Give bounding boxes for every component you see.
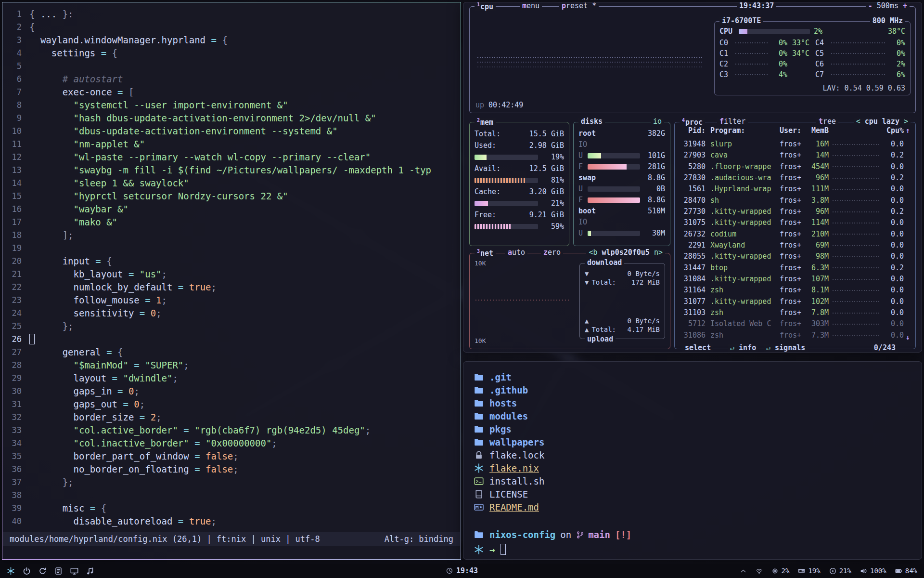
file-item[interactable]: LICENSE	[474, 487, 914, 500]
sort-next-button[interactable]: >	[904, 117, 908, 126]
process-row[interactable]: 31077.kitty-wrappedfros+102M0.0	[680, 296, 904, 307]
editor-line[interactable]: 35 border_part_of_window = false;	[2, 449, 461, 462]
process-row[interactable]: 31103zshfros+7.8M0.0	[680, 307, 904, 318]
interval-increase-button[interactable]: +	[903, 1, 907, 10]
editor-line[interactable]: 25 };	[2, 319, 461, 332]
file-item[interactable]: flake.lock	[474, 448, 914, 461]
process-row[interactable]: 31948slurpfros+16M0.0	[680, 139, 904, 150]
editor-line[interactable]: 28 "$mainMod" = "SUPER";	[2, 358, 461, 371]
editor-line[interactable]: 34 "col.inactive_border" = "0x00000000";	[2, 436, 461, 449]
power-button[interactable]	[23, 567, 31, 575]
file-item[interactable]: .github	[474, 383, 914, 396]
file-item[interactable]: install.sh	[474, 474, 914, 487]
process-row[interactable]: 31447btopfros+6.3M0.2	[680, 263, 904, 274]
editor-line[interactable]: 30 gaps_in = 0;	[2, 384, 461, 397]
column-cpu[interactable]: Cpu%	[885, 127, 904, 134]
process-row[interactable]: 5712Isolated Web Cfros+303M0.0	[680, 318, 904, 329]
launcher-button[interactable]	[7, 567, 15, 575]
editor-line[interactable]: 33 "col.active_border" = "rgb(cba6f7) rg…	[2, 423, 461, 436]
sort-prev-button[interactable]: <	[856, 117, 860, 126]
process-row[interactable]: 5280.floorp-wrappefros+454M0.0	[680, 161, 904, 172]
editor-line[interactable]: 22 numlock_by_default = true;	[2, 280, 461, 293]
disk-usage[interactable]: 21%	[829, 567, 851, 575]
editor-line[interactable]: 7 exec-once = [	[2, 85, 461, 98]
editor-line[interactable]: 38	[2, 488, 461, 501]
tray-expand-button[interactable]	[740, 567, 747, 575]
column-pid[interactable]: Pid:	[680, 127, 706, 134]
shell-input-line[interactable]: →	[474, 544, 506, 555]
editor-line[interactable]: 11 "nm-applet &"	[2, 137, 461, 150]
editor-line[interactable]: 26	[2, 332, 461, 345]
editor-line[interactable]: 29 layout = "dwindle";	[2, 371, 461, 384]
editor-line[interactable]: 21 kb_layout = "us";	[2, 267, 461, 280]
network-button[interactable]	[756, 567, 763, 575]
file-item[interactable]: hosts	[474, 396, 914, 409]
process-row[interactable]: 31075.kitty-wrappedfros+114M0.0	[680, 217, 904, 228]
iface-next-button[interactable]: n>	[654, 248, 663, 257]
editor-line[interactable]: 12 "wl-paste --primary --watch wl-copy -…	[2, 150, 461, 163]
process-row[interactable]: 27903cavafros+14M0.2	[680, 150, 904, 161]
editor-line[interactable]: 10 "dbus-update-activation-environment -…	[2, 124, 461, 137]
process-row[interactable]: 27830.audacious-wrafros+96M0.2	[680, 172, 904, 184]
editor-line[interactable]: 5	[2, 59, 461, 72]
editor-line[interactable]: 23 follow_mouse = 1;	[2, 293, 461, 306]
process-row[interactable]: 31164zshfros+8.1M0.0	[680, 285, 904, 296]
column-memory[interactable]: MemB	[805, 127, 829, 134]
process-row[interactable]: 26732codiumfros+210M0.0	[680, 229, 904, 240]
io-mode-button[interactable]: io	[651, 118, 664, 125]
editor-line[interactable]: 36 no_border_on_floating = false;	[2, 462, 461, 475]
process-row[interactable]: 27730.kitty-wrappedfros+96M0.2	[680, 206, 904, 217]
reload-button[interactable]	[38, 567, 47, 575]
battery[interactable]: 84%	[895, 567, 917, 575]
editor-line[interactable]: 13 "swaybg -m fill -i $(find ~/Pictures/…	[2, 163, 461, 176]
cpu-usage[interactable]: 2%	[771, 567, 790, 575]
process-row[interactable]: 2291Xwaylandfros+69M0.0	[680, 240, 904, 251]
interval-decrease-button[interactable]: -	[868, 1, 873, 10]
process-row[interactable]: 31086zshfros+7.3M0.0	[680, 330, 904, 341]
proc-sort-selector[interactable]: < cpu lazy >	[854, 118, 911, 125]
editor-line[interactable]: 15 "hyprctl setcursor Nordzy-cursors 22 …	[2, 189, 461, 202]
editor-text-area[interactable]: 1{ ... }:2{3 wayland.windowManager.hyprl…	[2, 2, 461, 532]
editor-line[interactable]: 4 settings = {	[2, 46, 461, 59]
editor-line[interactable]: 20 input = {	[2, 254, 461, 267]
display-button[interactable]	[70, 567, 78, 575]
editor-line[interactable]: 14 "sleep 1 && swaylock"	[2, 176, 461, 189]
proc-info-button[interactable]: ↵ info	[728, 344, 758, 352]
proc-filter-button[interactable]: filter	[717, 118, 748, 125]
editor-line[interactable]: 9 "hash dbus-update-activation-environme…	[2, 111, 461, 124]
file-item[interactable]: modules	[474, 409, 914, 422]
notes-button[interactable]	[54, 567, 63, 575]
net-auto-button[interactable]: auto	[505, 249, 527, 256]
music-button[interactable]	[86, 567, 94, 575]
editor-line[interactable]: 32 border_size = 2;	[2, 410, 461, 423]
volume[interactable]: 100%	[860, 567, 886, 575]
menu-button[interactable]: menu	[520, 2, 542, 10]
editor-line[interactable]: 18 ];	[2, 228, 461, 241]
editor-line[interactable]: 39 misc = {	[2, 501, 461, 514]
editor-line[interactable]: 2{	[2, 20, 461, 33]
column-user[interactable]: User:	[780, 127, 805, 134]
proc-tree-button[interactable]: tree	[816, 118, 838, 125]
process-row[interactable]: 31084.kitty-wrappedfros+107M0.0	[680, 274, 904, 285]
editor-line[interactable]: 6 # autostart	[2, 72, 461, 85]
editor-line[interactable]: 37 };	[2, 475, 461, 488]
scroll-down-indicator[interactable]: ↓	[904, 334, 911, 341]
file-item[interactable]: README.md	[474, 500, 914, 513]
file-item[interactable]: flake.nix	[474, 461, 914, 474]
net-zero-button[interactable]: zero	[541, 249, 563, 256]
editor-line[interactable]: 3 wayland.windowManager.hyprland = {	[2, 33, 461, 46]
proc-select-button[interactable]: select	[682, 344, 713, 352]
scroll-up-indicator[interactable]: ↑	[904, 127, 911, 134]
memory-usage[interactable]: 19%	[798, 567, 820, 575]
editor-line[interactable]: 19	[2, 241, 461, 254]
iface-prev-button[interactable]: <b	[589, 248, 597, 257]
editor-line[interactable]: 16 "waybar &"	[2, 202, 461, 215]
preset-button[interactable]: preset *	[559, 2, 599, 10]
editor-line[interactable]: 27 general = {	[2, 345, 461, 358]
proc-signals-button[interactable]: ↵ signals	[764, 344, 808, 352]
editor-line[interactable]: 24 sensitivity = 0;	[2, 306, 461, 319]
file-item[interactable]: wallpapers	[474, 435, 914, 448]
editor-line[interactable]: 8 "systemctl --user import-environment &…	[2, 98, 461, 111]
process-row[interactable]: 1561.Hyprland-wrapfros+111M0.0	[680, 184, 904, 195]
editor-line[interactable]: 31 gaps_out = 0;	[2, 397, 461, 410]
